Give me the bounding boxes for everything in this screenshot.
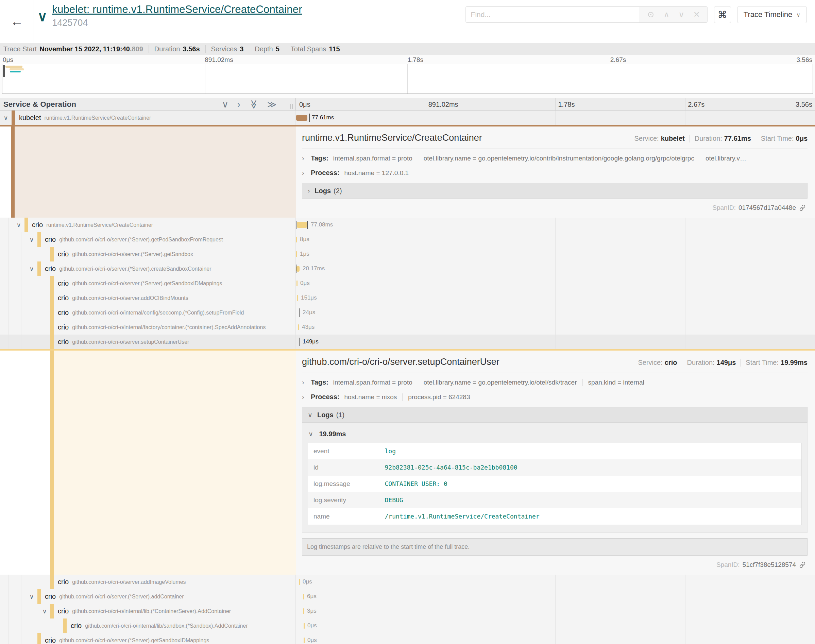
timeline-tick: 2.67s <box>688 101 705 109</box>
span-bar[interactable] <box>299 579 300 585</box>
span-bar[interactable] <box>296 237 297 242</box>
detail-start-value: 19.99ms <box>781 359 807 366</box>
span-row-getSandboxIDMappings-2[interactable]: crio github.com/cri-o/cri-o/server.(*Ser… <box>0 633 815 644</box>
span-row-getSandboxIDMappings[interactable]: crio github.com/cri-o/cri-o/server.(*Ser… <box>0 276 815 291</box>
span-row-seccomp-setupFromField[interactable]: crio github.com/cri-o/cri-o/internal/con… <box>0 305 815 320</box>
span-bar[interactable] <box>296 115 307 121</box>
span-row-setupContainerUser[interactable]: crio github.com/cri-o/cri-o/server.setup… <box>0 334 815 349</box>
stat-value: November 15 2022, 11:19:40 <box>40 45 130 53</box>
expand-all-icon[interactable]: ≫ <box>267 100 276 109</box>
span-row-crio-CreateContainer[interactable]: ∨ crio runtime.v1.RuntimeService/CreateC… <box>0 218 815 232</box>
span-bar[interactable] <box>303 594 304 600</box>
span-timeline-cell[interactable]: 77.61ms <box>296 110 815 125</box>
view-selector-button[interactable]: Trace Timeline ∨ <box>737 6 807 23</box>
row-collapse-chevron-icon[interactable]: ∨ <box>13 218 25 232</box>
column-resize-handle[interactable] <box>290 104 293 109</box>
span-operation: runtime.v1.RuntimeService/CreateContaine… <box>46 222 153 228</box>
span-row-getPodSandboxFromRequest[interactable]: ∨ crio github.com/cri-o/cri-o/server.(*S… <box>0 232 815 247</box>
span-detail-kubelet: runtime.v1.RuntimeService/CreateContaine… <box>0 125 815 218</box>
span-row-getSandbox[interactable]: crio github.com/cri-o/cri-o/server.(*Ser… <box>0 247 815 261</box>
log-entry-header[interactable]: ∨ 19.99ms <box>308 428 802 443</box>
span-service: kubelet <box>19 114 41 122</box>
stat-duration: Duration 3.56s <box>149 45 200 53</box>
trace-stats-bar: Trace Start November 15 2022, 11:19:40 .… <box>0 43 815 55</box>
span-timeline-cell[interactable]: 149μs <box>296 334 815 349</box>
span-bar[interactable] <box>296 251 297 257</box>
log-field-value: log <box>380 443 802 460</box>
chevron-right-icon: › <box>302 393 311 401</box>
span-timeline-cell[interactable]: 1μs <box>296 247 815 261</box>
detail-duration-value: 77.61ms <box>724 135 751 142</box>
span-service: crio <box>71 622 81 630</box>
minimap-canvas[interactable] <box>2 64 813 94</box>
span-timeline-cell[interactable]: 77.08ms <box>296 218 815 232</box>
row-collapse-chevron-icon[interactable]: ∨ <box>39 604 50 618</box>
span-bar[interactable] <box>303 638 305 643</box>
span-timeline-cell[interactable]: 3μs <box>296 604 815 618</box>
span-timeline-cell[interactable]: 0μs <box>296 575 815 589</box>
back-button[interactable]: ← <box>0 0 34 43</box>
row-collapse-chevron-icon[interactable]: ∨ <box>26 232 37 247</box>
minimap-span-selected <box>10 71 21 72</box>
stat-value: 3.56s <box>182 45 199 53</box>
span-row-addContainer[interactable]: ∨ crio github.com/cri-o/cri-o/server.(*S… <box>0 589 815 604</box>
tag-item: otel.library.name = go.opentelemetry.io/… <box>418 155 694 162</box>
span-timeline-cell[interactable]: 8μs <box>296 232 815 247</box>
span-row-sandbox-AddContainer[interactable]: crio github.com/cri-o/cri-o/internal/lib… <box>0 618 815 633</box>
span-row-kubelet-CreateContainer[interactable]: ∨ kubelet runtime.v1.RuntimeService/Crea… <box>0 110 815 125</box>
locate-icon[interactable] <box>647 11 655 19</box>
span-service: crio <box>58 250 69 258</box>
span-row-addImageVolumes[interactable]: crio github.com/cri-o/cri-o/server.addIm… <box>0 575 815 589</box>
span-bar[interactable] <box>297 281 297 286</box>
logs-accordion-collapsed[interactable]: › Logs (2) <box>302 183 807 199</box>
span-bar[interactable] <box>298 324 299 330</box>
span-timeline-cell[interactable]: 6μs <box>296 589 815 604</box>
span-row-addOCIBindMounts[interactable]: crio github.com/cri-o/cri-o/server.addOC… <box>0 291 815 305</box>
service-operation-header: Service & Operation ∨ › ≫ ≫ <box>0 98 296 110</box>
log-marker <box>296 221 297 229</box>
span-duration: 0μs <box>307 637 317 644</box>
deep-link-icon[interactable] <box>799 204 806 212</box>
collapse-all-icon[interactable]: ≫ <box>249 100 258 109</box>
span-row-SpecAddAnnotations[interactable]: crio github.com/cri-o/cri-o/internal/fac… <box>0 320 815 334</box>
keyboard-shortcuts-button[interactable]: ⌘ <box>714 6 731 23</box>
stat-label: Total Spans <box>291 45 326 53</box>
expand-one-icon[interactable]: › <box>237 100 241 109</box>
deep-link-icon[interactable] <box>799 561 806 569</box>
span-bar[interactable] <box>297 222 307 228</box>
span-timeline-cell[interactable]: 0μs <box>296 276 815 291</box>
find-prev-icon[interactable]: ∧ <box>664 11 670 19</box>
row-collapse-chevron-icon[interactable]: ∨ <box>0 110 12 125</box>
span-timeline-cell[interactable]: 151μs <box>296 291 815 305</box>
span-bar[interactable] <box>297 295 298 301</box>
span-bar[interactable] <box>303 608 304 614</box>
trace-title-link[interactable]: kubelet: runtime.v1.RuntimeService/Creat… <box>52 3 302 15</box>
span-row-lib-AddContainer[interactable]: ∨ crio github.com/cri-o/cri-o/internal/l… <box>0 604 815 618</box>
span-timeline-cell[interactable]: 24μs <box>296 305 815 320</box>
span-color-accent <box>50 604 54 618</box>
span-row-createSandboxContainer[interactable]: ∨ crio github.com/cri-o/cri-o/server.(*S… <box>0 261 815 276</box>
row-collapse-chevron-icon[interactable]: ∨ <box>26 589 37 604</box>
process-row[interactable]: › Process: host.name = nixos process.pid… <box>302 389 807 404</box>
spanid-value: 0174567d17a0448e <box>738 204 796 212</box>
span-operation: github.com/cri-o/cri-o/internal/factory/… <box>72 324 265 331</box>
process-row[interactable]: › Process: host.name = 127.0.0.1 <box>302 166 807 180</box>
span-timeline-cell[interactable]: 20.17ms <box>296 261 815 276</box>
minimap-drag-handle[interactable] <box>3 65 5 77</box>
span-timeline-cell[interactable]: 43μs <box>296 320 815 334</box>
stat-label: Duration <box>154 45 180 53</box>
span-timeline-cell[interactable]: 0μs <box>296 618 815 633</box>
span-color-accent <box>50 575 54 589</box>
find-next-icon[interactable]: ∨ <box>678 11 685 19</box>
tags-row[interactable]: › Tags: internal.span.format = proto ote… <box>302 375 807 389</box>
row-collapse-chevron-icon[interactable]: ∨ <box>26 261 37 276</box>
header-collapse-chevron-icon[interactable]: ∨ <box>37 9 47 23</box>
find-input[interactable] <box>466 7 639 23</box>
span-bar[interactable] <box>303 623 305 629</box>
find-clear-icon[interactable]: ✕ <box>693 11 700 19</box>
tags-row[interactable]: › Tags: internal.span.format = proto ote… <box>302 151 807 166</box>
logs-accordion-expanded[interactable]: ∨ Logs (1) <box>302 407 807 423</box>
collapse-one-icon[interactable]: ∨ <box>222 100 228 109</box>
span-bar[interactable] <box>297 266 300 272</box>
span-timeline-cell[interactable]: 0μs <box>296 633 815 644</box>
